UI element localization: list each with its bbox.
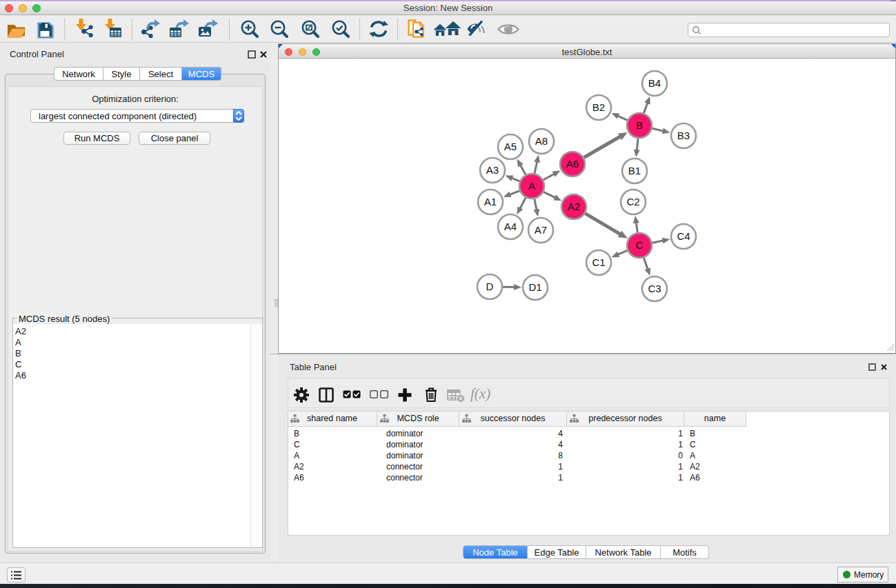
- svg-text:A2: A2: [568, 201, 580, 212]
- svg-text:C2: C2: [626, 196, 639, 207]
- svg-text:A1: A1: [484, 196, 497, 207]
- svg-text:B: B: [636, 119, 643, 131]
- svg-text:C: C: [636, 239, 644, 251]
- svg-text:D: D: [486, 281, 494, 292]
- svg-text:B3: B3: [677, 130, 690, 141]
- svg-text:C1: C1: [592, 256, 605, 268]
- svg-text:A3: A3: [486, 164, 499, 176]
- svg-text:C4: C4: [677, 230, 690, 242]
- svg-text:A: A: [528, 180, 535, 192]
- svg-text:B4: B4: [648, 77, 661, 89]
- svg-text:D1: D1: [528, 281, 541, 293]
- svg-text:B1: B1: [628, 165, 641, 176]
- svg-text:A4: A4: [504, 221, 517, 232]
- svg-text:A8: A8: [535, 135, 548, 147]
- svg-text:C3: C3: [648, 283, 661, 294]
- svg-text:A5: A5: [504, 141, 517, 152]
- svg-text:A6: A6: [566, 158, 579, 170]
- svg-text:A7: A7: [535, 224, 547, 236]
- svg-text:B2: B2: [593, 101, 605, 113]
